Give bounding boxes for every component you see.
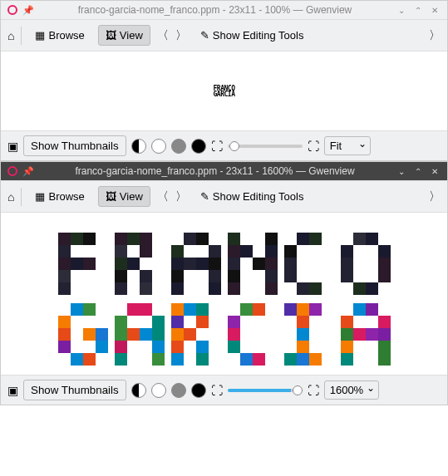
bg-white-button[interactable] [151,139,166,154]
browse-label: Browse [48,190,84,203]
home-icon[interactable]: ⌂ [7,190,14,204]
expand-icon[interactable]: 〉 [429,189,441,204]
show-thumbnails-button[interactable]: Show Thumbnails [23,135,126,156]
close-button[interactable]: ✕ [429,4,441,16]
show-thumbnails-button[interactable]: Show Thumbnails [23,380,126,400]
pixel-text-big [58,223,391,366]
pixel-letter [115,233,165,295]
pixel-row-franco [58,233,391,295]
window-title: franco-garcia-nome_franco.ppm - 23x11 - … [39,165,391,177]
maximize-button[interactable]: ⌃ [412,4,424,16]
pixel-letter [341,303,391,366]
close-button[interactable]: ✕ [429,165,441,177]
bg-black-button[interactable] [191,383,206,398]
pixel-letter [58,303,108,366]
expand-icon[interactable]: 〉 [429,28,441,43]
next-icon[interactable]: 〉 [175,189,187,204]
image-icon: 🖼 [106,190,116,203]
browse-button[interactable]: ▦ Browse [28,187,91,206]
image-viewer: FRANCO GARCIA [1,52,447,130]
zoom-slider[interactable] [228,389,303,392]
titlebar: 📌 franco-garcia-nome_franco.ppm - 23x11 … [1,1,447,20]
pixel-letter [58,233,108,295]
minimize-button[interactable]: ⌄ [396,4,407,16]
divider [21,27,22,45]
next-icon[interactable]: 〉 [175,28,187,43]
statusbar: ▣ Show Thumbnails ⛶ ⛶ Fit [1,130,447,160]
pixel-letter [341,233,391,295]
fit-width-icon[interactable]: ⛶ [211,140,223,153]
minimize-button[interactable]: ⌄ [396,165,407,177]
zoom-select[interactable]: 1600% [324,380,379,400]
gwenview-window-1: 📌 franco-garcia-nome_franco.ppm - 23x11 … [0,0,448,161]
pixel-text-small: FRANCO GARCIA [214,86,235,97]
maximize-button[interactable]: ⌃ [412,165,424,177]
statusbar: ▣ Show Thumbnails ⛶ ⛶ 1600% [1,375,447,405]
bg-gray-button[interactable] [171,139,186,154]
pencil-icon: ✎ [200,29,209,42]
pencil-icon: ✎ [200,190,209,203]
toolbar: ⌂ ▦ Browse 🖼 View 〈 〉 ✎ Show Editing Too… [1,20,447,52]
pixel-letter [284,303,334,366]
browse-label: Browse [48,29,84,42]
view-label: View [120,190,143,203]
app-icon [7,166,17,176]
pixel-letter [171,233,221,295]
sidebar-toggle-icon[interactable]: ▣ [7,384,18,397]
titlebar: 📌 franco-garcia-nome_franco.ppm - 23x11 … [1,162,447,181]
fullscreen-icon[interactable]: ⛶ [308,384,319,397]
gwenview-window-2: 📌 franco-garcia-nome_franco.ppm - 23x11 … [0,161,448,405]
toolbar: ⌂ ▦ Browse 🖼 View 〈 〉 ✎ Show Editing Too… [1,181,447,213]
grid-icon: ▦ [35,29,45,42]
zoom-select[interactable]: Fit [324,136,371,155]
fit-width-icon[interactable]: ⛶ [211,384,223,397]
pixel-letter [115,303,165,366]
image-icon: 🖼 [106,29,116,42]
image-viewer [1,213,447,375]
pin-icon[interactable]: 📌 [22,5,34,16]
prev-icon[interactable]: 〈 [157,189,169,204]
sidebar-toggle-icon[interactable]: ▣ [7,140,18,153]
app-icon [7,5,17,15]
pixel-letter [171,303,221,366]
prev-icon[interactable]: 〈 [157,28,169,43]
view-button[interactable]: 🖼 View [98,186,150,207]
editing-label: Show Editing Tools [213,29,304,42]
home-icon[interactable]: ⌂ [7,29,14,42]
bg-black-button[interactable] [191,139,206,154]
view-label: View [120,29,143,42]
divider [21,188,22,206]
bg-halfbw-button[interactable] [131,383,146,398]
window-title: franco-garcia-nome_franco.ppm - 23x11 - … [39,4,391,16]
browse-button[interactable]: ▦ Browse [28,26,91,45]
pixel-letter [228,233,278,295]
bg-halfbw-button[interactable] [131,139,146,154]
view-button[interactable]: 🖼 View [98,25,150,46]
pin-icon[interactable]: 📌 [22,166,34,177]
small-text-bottom: GARCIA [214,91,235,97]
editing-tools-button[interactable]: ✎ Show Editing Tools [194,187,311,206]
pixel-letter [228,303,278,366]
fullscreen-icon[interactable]: ⛶ [308,140,319,153]
bg-white-button[interactable] [151,383,166,398]
grid-icon: ▦ [35,190,45,203]
editing-tools-button[interactable]: ✎ Show Editing Tools [194,26,311,45]
zoom-slider[interactable] [228,145,303,148]
bg-gray-button[interactable] [171,383,186,398]
pixel-row-garcia [58,303,391,366]
pixel-letter [284,233,334,295]
editing-label: Show Editing Tools [213,190,304,203]
